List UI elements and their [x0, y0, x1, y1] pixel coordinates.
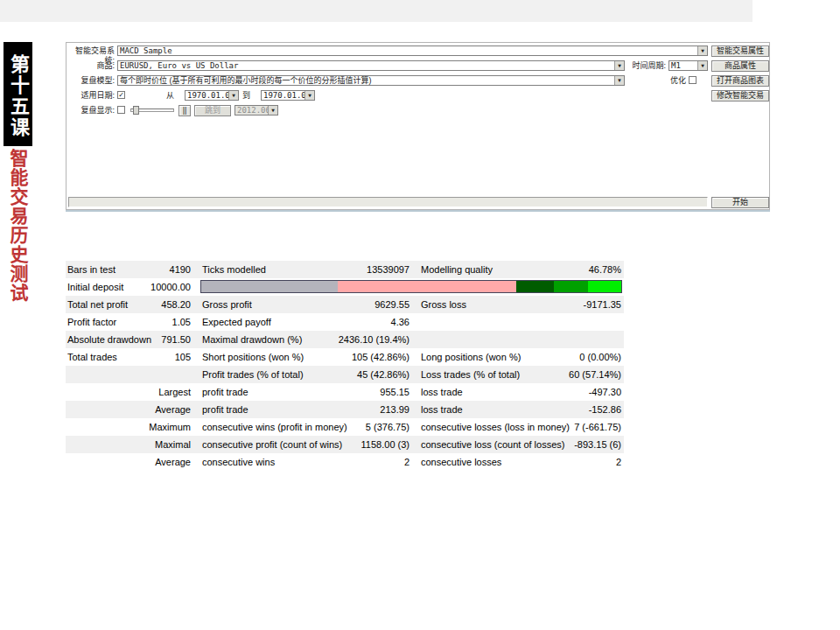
- date-to-select[interactable]: 1970.01.01 ▼: [261, 90, 315, 101]
- expert-advisor-select[interactable]: MACD Sample ▼: [117, 46, 708, 56]
- row-label: [66, 383, 67, 401]
- dropdown-arrow-icon[interactable]: ▼: [228, 91, 238, 100]
- row-value: 9629.55: [374, 296, 412, 313]
- row-value: 46.78%: [589, 261, 624, 278]
- row-value: 5 (376.75): [366, 418, 412, 436]
- row-value: 7 (-661.75): [574, 418, 624, 436]
- dropdown-arrow-icon[interactable]: ▼: [268, 106, 277, 115]
- date-to-label: 到: [242, 91, 250, 101]
- visual-date-select[interactable]: 2012.06.30 ▼: [234, 105, 278, 116]
- row-label: Expected payoff: [200, 313, 271, 331]
- open-chart-button[interactable]: 打开商品图表: [711, 75, 769, 87]
- row-label: Profit factor: [66, 313, 116, 331]
- row-label: Initial deposit: [66, 278, 123, 296]
- row-value: 13539097: [367, 261, 412, 278]
- row-label: consecutive wins (profit in money): [200, 418, 347, 436]
- dropdown-arrow-icon[interactable]: ▼: [697, 61, 707, 70]
- row-label: consecutive wins: [200, 453, 275, 471]
- row-value: -893.15 (6): [574, 436, 624, 453]
- pause-button[interactable]: ||: [178, 105, 191, 116]
- row-label: [66, 418, 67, 436]
- row-value: -9171.35: [584, 296, 624, 313]
- top-band: [0, 0, 752, 22]
- row-label: [419, 313, 421, 331]
- row-label: profit trade: [200, 401, 248, 418]
- symbol-label: 商品:: [66, 61, 115, 71]
- video-frame: 第十五课 智能交易历史测试 智能交易系统: MACD Sample ▼ 智能交易…: [0, 0, 840, 630]
- dropdown-arrow-icon[interactable]: ▼: [697, 46, 707, 55]
- model-select[interactable]: 每个即时价位 (基于所有可利用的最小时段的每一个价位的分形插值计算) ▼: [117, 75, 625, 86]
- row-label: profit trade: [200, 383, 248, 401]
- row-value: Largest: [158, 383, 193, 401]
- table-row: Initial deposit10000.00: [66, 278, 624, 296]
- start-button[interactable]: 开始: [711, 197, 769, 208]
- table-row: Average profit trade213.99 loss trade-15…: [66, 401, 624, 418]
- row-label: Short positions (won %): [200, 348, 304, 366]
- row-label: [419, 331, 421, 348]
- slider-thumb[interactable]: [133, 106, 139, 115]
- table-row: Total net profit458.20 Gross profit9629.…: [66, 296, 624, 313]
- row-label: consecutive losses: [419, 453, 501, 471]
- row-label: loss trade: [419, 383, 463, 401]
- row-label: [66, 436, 67, 453]
- row-value: 45 (42.86%): [357, 366, 412, 383]
- row-label: [66, 401, 67, 418]
- skip-to-button[interactable]: 跳到: [194, 105, 231, 116]
- row-label: Long positions (won %): [419, 348, 521, 366]
- row-label: Loss trades (% of total): [419, 366, 520, 383]
- modify-expert-button[interactable]: 修改智能交易: [711, 90, 769, 102]
- row-value: 105 (42.86%): [352, 348, 412, 366]
- modelling-quality-bar: [200, 280, 622, 293]
- symbol-properties-button[interactable]: 商品属性: [711, 60, 769, 72]
- table-row: Average consecutive wins2 consecutive lo…: [66, 453, 624, 471]
- lesson-badge: 第十五课: [4, 42, 32, 146]
- row-label: consecutive profit (count of wins): [200, 436, 342, 453]
- use-date-checkbox[interactable]: ✓: [117, 91, 125, 99]
- row-value: 4190: [170, 261, 193, 278]
- model-value: 每个即时价位 (基于所有可利用的最小时段的每一个价位的分形插值计算): [120, 76, 372, 85]
- optimize-checkbox[interactable]: [689, 76, 696, 84]
- row-value: 0 (0.00%): [579, 348, 624, 366]
- visual-speed-slider[interactable]: [130, 108, 174, 112]
- row-value: Average: [155, 453, 193, 471]
- row-value: 10000.00: [150, 278, 193, 296]
- visual-mode-checkbox[interactable]: [117, 106, 125, 114]
- row-value: 1.05: [172, 313, 193, 331]
- row-value: -152.86: [589, 401, 624, 418]
- use-date-label: 适用日期:: [66, 91, 115, 101]
- row-label: Gross loss: [419, 296, 466, 313]
- expert-advisor-value: MACD Sample: [120, 46, 172, 55]
- row-value: 1158.00 (3): [361, 436, 412, 453]
- row-label: Gross profit: [200, 296, 252, 313]
- symbol-select[interactable]: EURUSD, Euro vs US Dollar ▼: [117, 60, 625, 71]
- row-label: Total trades: [66, 348, 117, 366]
- report-table: Bars in test4190 Ticks modelled13539097 …: [66, 261, 624, 471]
- row-value: 2: [404, 453, 412, 471]
- table-row: Maximal consecutive profit (count of win…: [66, 436, 624, 453]
- dropdown-arrow-icon[interactable]: ▼: [614, 76, 624, 85]
- expert-properties-button[interactable]: 智能交易属性: [711, 46, 769, 57]
- row-label: Total net profit: [66, 296, 128, 313]
- period-value: M1: [671, 61, 681, 70]
- row-value: 458.20: [161, 296, 193, 313]
- row-label: loss trade: [419, 401, 463, 418]
- strategy-tester-panel: 智能交易系统: MACD Sample ▼ 智能交易属性 商品: EURUSD,…: [66, 42, 770, 210]
- expert-advisor-label: 智能交易系统:: [66, 46, 115, 56]
- row-value: -497.30: [589, 383, 624, 401]
- row-label: Bars in test: [66, 261, 116, 278]
- table-row: Bars in test4190 Ticks modelled13539097 …: [66, 261, 624, 278]
- row-value: [621, 313, 624, 331]
- date-from-label: 从: [165, 91, 174, 101]
- dropdown-arrow-icon[interactable]: ▼: [304, 91, 314, 100]
- row-value: Maximal: [155, 436, 193, 453]
- row-value: 105: [175, 348, 193, 366]
- lesson-subtitle: 智能交易历史测试: [4, 149, 32, 315]
- symbol-value: EURUSD, Euro vs US Dollar: [120, 61, 238, 70]
- period-select[interactable]: M1 ▼: [668, 60, 708, 71]
- table-row: Total trades105 Short positions (won %)1…: [66, 348, 624, 366]
- row-label: Modelling quality: [419, 261, 493, 278]
- visual-mode-label: 复盘显示:: [66, 106, 115, 116]
- date-from-select[interactable]: 1970.01.01 ▼: [185, 90, 239, 101]
- row-value: Average: [155, 401, 193, 418]
- table-row: Absolute drawdown791.50 Maximal drawdown…: [66, 331, 624, 348]
